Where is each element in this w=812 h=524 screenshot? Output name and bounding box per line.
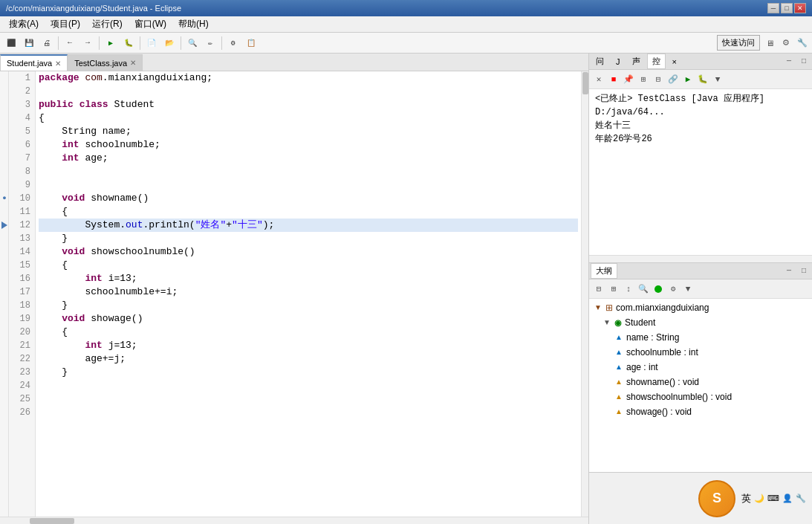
toolbar-btn-5[interactable]: ⚙	[225, 35, 241, 51]
console-tab-sound[interactable]: 声	[627, 54, 646, 69]
restore-button[interactable]: □	[781, 3, 793, 13]
code-line-2	[39, 85, 578, 98]
scrollbar-thumb[interactable]	[582, 72, 588, 94]
menu-project[interactable]: 项目(P)	[45, 16, 86, 32]
minimize-button[interactable]: ─	[767, 3, 779, 13]
console-debug-btn[interactable]: 🐛	[696, 73, 709, 86]
toolbar-btn-6[interactable]: 📋	[243, 35, 259, 51]
outline-tab[interactable]: 大纲	[591, 263, 617, 279]
tab-testclass-java[interactable]: TestClass.java ✕	[68, 54, 143, 71]
outline-maximize-btn[interactable]: □	[797, 265, 811, 278]
toolbar-icon-1[interactable]: 🖥	[763, 36, 776, 50]
console-tab-j[interactable]: J	[611, 55, 626, 68]
toolbar-btn-debug[interactable]: 🐛	[120, 35, 137, 51]
outline-item-schoolnumble[interactable]: ▲ schoolnumble : int	[589, 345, 812, 360]
console-panel-controls: ─ □	[782, 55, 811, 68]
settings-icon: 🔧	[796, 494, 806, 503]
outline-minimize-btn[interactable]: ─	[782, 265, 796, 278]
line-marker-5	[0, 125, 9, 138]
outline-settings-btn[interactable]: ⚙	[666, 282, 680, 296]
outline-sort-btn[interactable]: ↕	[622, 282, 635, 296]
toolbar-right: 快速访问 🖥 ⚙ 🔧	[717, 35, 809, 51]
console-open-btn[interactable]: ⊟	[652, 73, 665, 86]
method-showage-icon: ▲	[613, 406, 625, 418]
menu-search[interactable]: 搜索(A)	[3, 16, 45, 32]
editor-area: Student.java ✕ TestClass.java ✕	[0, 54, 589, 524]
outline-dropdown-btn[interactable]: ▼	[681, 282, 695, 296]
title-bar: /c/com/mianxiangduixiang/Student.java - …	[0, 0, 812, 16]
close-button[interactable]: ✕	[794, 3, 806, 13]
sogou-button[interactable]: S	[698, 480, 735, 517]
toolbar-btn-open[interactable]: 📂	[161, 35, 178, 51]
window-controls: ─ □ ✕	[767, 3, 806, 13]
toolbar-btn-fwd[interactable]: →	[79, 35, 96, 51]
console-tab-ask[interactable]: 问	[591, 54, 609, 69]
console-link-btn[interactable]: 🔗	[666, 73, 680, 86]
package-box-icon: ⊞	[605, 301, 613, 314]
outline-item-showage[interactable]: ▲ showage() : void	[589, 404, 812, 419]
console-pin-btn[interactable]: 📌	[622, 73, 635, 86]
toolbar-icon-3[interactable]: 🔧	[796, 36, 809, 50]
outline-item-showname[interactable]: ▲ showname() : void	[589, 375, 812, 389]
code-line-6: int schoolnumble;	[39, 138, 578, 152]
console-tab-control[interactable]: 控	[647, 54, 666, 69]
hscroll-thumb[interactable]	[30, 518, 74, 524]
editor-tab-bar: Student.java ✕ TestClass.java ✕	[0, 54, 588, 71]
console-clear-btn[interactable]: ✕	[592, 73, 605, 86]
toolbar-icon-2[interactable]: ⚙	[779, 36, 793, 50]
line-marker-9	[0, 178, 9, 192]
console-copy-btn[interactable]: ⊞	[637, 73, 650, 86]
console-run-btn[interactable]: ▶	[681, 73, 695, 86]
toolbar-btn-back[interactable]: ←	[62, 35, 78, 51]
line-marker-10: ●	[0, 192, 9, 205]
console-maximize-btn[interactable]: □	[797, 55, 811, 68]
code-line-4: {	[39, 111, 578, 125]
code-line-21: int j=13;	[39, 339, 578, 352]
toolbar-btn-new[interactable]: 📄	[143, 35, 160, 51]
main-layout: Student.java ✕ TestClass.java ✕	[0, 54, 812, 524]
outline-link-btn[interactable]	[652, 282, 665, 296]
outline-item-class[interactable]: ▼ ◉ Student	[589, 315, 812, 330]
outline-expand-btn[interactable]: ⊞	[607, 282, 620, 296]
code-line-15: {	[39, 259, 578, 272]
outline-item-showschool[interactable]: ▲ showschoolnumble() : void	[589, 389, 812, 404]
outline-school-label: schoolnumble : int	[626, 346, 698, 359]
outline-collapse-btn[interactable]: ⊟	[592, 282, 605, 296]
tab-student-java[interactable]: Student.java ✕	[0, 54, 68, 71]
menu-run[interactable]: 运行(R)	[86, 16, 129, 32]
tab-student-close[interactable]: ✕	[55, 59, 61, 68]
toolbar-btn-2[interactable]: 💾	[21, 35, 37, 51]
console-stop-btn[interactable]: ■	[607, 73, 620, 86]
outline-item-name[interactable]: ▲ name : String	[589, 330, 812, 345]
menu-window[interactable]: 窗口(W)	[129, 16, 172, 32]
toolbar-btn-3[interactable]: 🖨	[39, 35, 55, 51]
line-marker-12	[0, 219, 9, 232]
editor-hscrollbar[interactable]	[0, 517, 588, 524]
toolbar-btn-1[interactable]: ⬛	[3, 35, 19, 51]
input-method-label: 英	[741, 492, 751, 505]
method-showname-icon: ▲	[613, 376, 625, 388]
menu-help[interactable]: 帮助(H)	[172, 16, 215, 32]
code-editor[interactable]: ● 12345 678910 1112131415 1617181920 212…	[0, 71, 588, 517]
editor-wrapper: ● 12345 678910 1112131415 1617181920 212…	[0, 71, 588, 517]
editor-scrollbar[interactable]	[581, 71, 588, 517]
code-line-18: }	[39, 299, 578, 312]
outline-item-package[interactable]: ▼ ⊞ com.mianxiangduixiang	[589, 300, 812, 315]
outline-showage-label: showage() : void	[626, 405, 692, 418]
quick-access-button[interactable]: 快速访问	[717, 35, 760, 51]
outline-item-age[interactable]: ▲ age : int	[589, 360, 812, 375]
console-dropdown-btn[interactable]: ▼	[711, 73, 724, 86]
toolbar-btn-search[interactable]: 🔍	[184, 35, 201, 51]
tab-testclass-close[interactable]: ✕	[130, 59, 136, 67]
code-line-19: void showage()	[39, 312, 578, 326]
code-line-16: int i=13;	[39, 272, 578, 285]
outline-filter-btn[interactable]: 🔍	[637, 282, 650, 296]
outline-age-label: age : int	[626, 360, 658, 374]
code-content[interactable]: package com.mianxiangduixiang; public cl…	[36, 71, 581, 517]
code-line-14: void showschoolnumble()	[39, 245, 578, 259]
console-minimize-btn[interactable]: ─	[782, 55, 796, 68]
console-tab-close[interactable]: ×	[667, 55, 682, 68]
console-hscrollbar[interactable]	[589, 255, 812, 262]
toolbar-btn-refactor[interactable]: ✏	[202, 35, 218, 51]
toolbar-btn-run[interactable]: ▶	[103, 35, 119, 51]
